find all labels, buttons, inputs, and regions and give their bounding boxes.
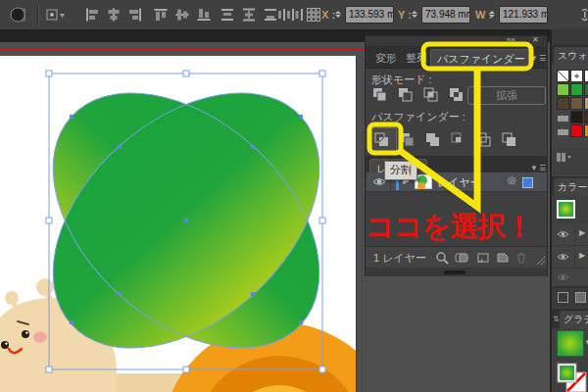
new-layer-icon[interactable] — [496, 251, 510, 265]
shape-exclude-button[interactable] — [449, 87, 464, 102]
swatch-folder-icon[interactable] — [557, 124, 569, 137]
divide-tooltip: 分割 — [384, 161, 417, 180]
control-bar: X : 133.593 mm Y : 73.948 mm W : 121.933… — [0, 0, 588, 30]
swatches-tabbar: スウォッチ — [552, 45, 588, 65]
toolbar-divider — [37, 4, 39, 25]
snail-cheek — [33, 332, 47, 343]
shape-minus-front-button[interactable] — [398, 87, 413, 102]
align-to-grid-icon[interactable] — [306, 7, 321, 23]
swatch-color[interactable] — [570, 111, 583, 123]
swatch-color[interactable] — [557, 97, 569, 110]
dock-row[interactable]: ▶ — [552, 246, 588, 269]
swatch-none[interactable] — [557, 70, 569, 82]
y-input[interactable]: 73.948 mm — [421, 6, 470, 24]
pathfinder-trim-button[interactable] — [400, 132, 415, 147]
distribute-right-icon[interactable] — [290, 7, 306, 23]
align-left-icon[interactable] — [84, 7, 100, 23]
new-sublayer-icon[interactable] — [476, 251, 490, 265]
dock-header — [552, 29, 588, 45]
bleed-guide-horizontal — [0, 49, 365, 50]
align-middle-h-icon[interactable] — [174, 7, 190, 23]
pathfinder-crop-button[interactable] — [451, 132, 466, 147]
tab-transform[interactable]: 変形 — [369, 49, 403, 68]
align-right-icon[interactable] — [127, 7, 143, 23]
close-panel-icon[interactable]: ✕ — [532, 35, 539, 44]
layers-status-bar: 1 レイヤー — [367, 246, 547, 269]
selection-indicator[interactable] — [522, 177, 533, 188]
visibility-eye-icon[interactable] — [557, 252, 569, 262]
new-item-button[interactable] — [575, 292, 586, 303]
distribute-middle-icon[interactable] — [241, 7, 257, 23]
swatch-color[interactable] — [570, 83, 583, 96]
snail-eye — [1, 341, 9, 349]
gradient-fill-stroke[interactable] — [557, 363, 588, 392]
shape-intersect-button[interactable] — [423, 87, 438, 102]
tab-swatches[interactable]: スウォッチ — [554, 47, 588, 65]
pathfinder-merge-button[interactable] — [425, 132, 440, 147]
swatch-color[interactable] — [584, 111, 588, 123]
pathfinder-divide-button[interactable] — [374, 132, 389, 147]
align-center-h-icon[interactable] — [106, 7, 122, 23]
dock-button-bar — [552, 286, 588, 307]
align-top-icon[interactable] — [153, 7, 169, 23]
color-thumbnail[interactable] — [557, 200, 575, 219]
panel-menu-icon[interactable]: ▼☰ — [530, 54, 546, 64]
tab-color[interactable]: カラー — [554, 178, 588, 196]
align-bottom-icon[interactable] — [196, 7, 212, 23]
layer-count: 1 レイヤー — [373, 251, 426, 266]
artboard-edge — [356, 56, 357, 392]
x-input[interactable]: 133.593 mm — [345, 6, 394, 24]
w-stepper[interactable] — [488, 6, 497, 24]
swatch-color[interactable] — [584, 124, 588, 137]
cycle-icon[interactable]: ⇅ — [553, 315, 560, 323]
gradient-tabbar: ⇅ グラデー — [552, 309, 588, 328]
y-stepper[interactable] — [411, 6, 419, 24]
panel-drag-notch[interactable] — [444, 270, 466, 274]
bridge-icon[interactable] — [10, 7, 25, 23]
panel-header: «« ✕ — [366, 36, 547, 46]
distribute-top-icon[interactable] — [220, 7, 235, 23]
pathfinder-minus-back-button[interactable] — [502, 132, 516, 147]
swatch-color[interactable] — [570, 97, 583, 110]
pathfinder-outline-button[interactable] — [476, 132, 491, 147]
locate-object-icon[interactable] — [435, 251, 449, 265]
swatch-color[interactable] — [557, 83, 569, 96]
swatch-folder-icon[interactable] — [557, 111, 569, 123]
shape-unite-button[interactable] — [372, 87, 387, 102]
layer-name[interactable]: レイヤー — [437, 175, 481, 190]
expand-triangle-icon[interactable]: ▶ — [579, 251, 585, 260]
bleed-guide-vertical — [362, 49, 363, 392]
visibility-eye-icon[interactable] — [557, 272, 569, 282]
expand-triangle-icon[interactable]: ▶ — [579, 228, 585, 237]
swatch-registration[interactable]: ⌖ — [570, 70, 583, 82]
artwork-canvas[interactable] — [0, 56, 356, 392]
dock-row[interactable]: ▶ — [552, 223, 588, 246]
gradient-dropdown-icon[interactable]: ▼ — [584, 338, 588, 347]
tab-pathfinder[interactable]: パスファインダー — [430, 49, 532, 68]
x-stepper[interactable] — [334, 6, 343, 24]
w-input[interactable]: 121.933 mm — [499, 6, 548, 24]
snail-antenna-ball — [5, 291, 19, 305]
swatch-color[interactable] — [570, 124, 583, 137]
expand-button[interactable]: 拡張 — [467, 86, 546, 105]
collapse-panel-icon[interactable]: «« — [507, 35, 515, 44]
target-circle-icon[interactable]: ◎ — [508, 174, 516, 185]
tab-align[interactable]: 整列 — [400, 49, 433, 68]
tab-gradient[interactable]: グラデー — [560, 311, 588, 328]
visibility-eye-icon[interactable] — [557, 229, 569, 239]
clipping-mask-icon[interactable] — [455, 251, 468, 265]
dock-row[interactable] — [552, 269, 588, 287]
swatch-color[interactable] — [584, 83, 588, 96]
link-dimensions-icon[interactable] — [579, 7, 588, 23]
illustrator-window: X : 133.593 mm Y : 73.948 mm W : 121.933… — [0, 0, 588, 392]
gradient-swatch[interactable] — [557, 330, 584, 357]
swatch-color[interactable] — [584, 97, 588, 110]
shape-mode-label: 形状モード : — [371, 73, 432, 87]
reference-point-icon[interactable] — [45, 7, 67, 23]
pathfinder-label: パスファインダー : — [371, 110, 466, 124]
swatch-libraries-icon[interactable] — [556, 151, 571, 163]
delete-layer-icon[interactable] — [514, 251, 528, 265]
swatch-color[interactable] — [584, 70, 588, 82]
panel-resize-gripper[interactable] — [535, 255, 545, 265]
new-item-button[interactable] — [558, 292, 568, 303]
